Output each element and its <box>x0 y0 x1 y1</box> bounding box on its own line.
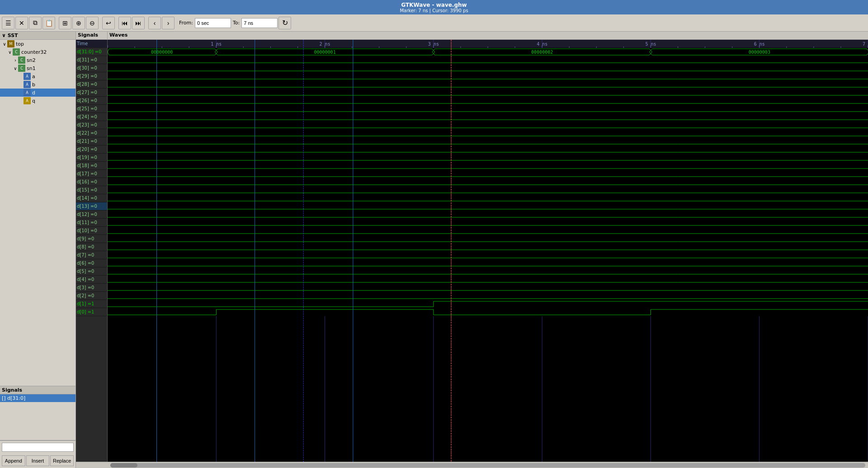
menu-button[interactable]: ☰ <box>2 17 14 29</box>
sig-icon-q: A <box>24 97 31 104</box>
sig-label-row-16[interactable]: d[17] =0 <box>76 170 107 178</box>
rewind-button[interactable]: ⏮ <box>118 17 131 29</box>
sig-label-row-20[interactable]: d[13] =0 <box>76 202 107 211</box>
append-button[interactable]: Append <box>2 455 25 466</box>
tree-label-a: a <box>32 74 35 80</box>
replace-button[interactable]: Replace <box>50 455 74 466</box>
sig-label-row-15[interactable]: d[18] =0 <box>76 162 107 170</box>
sig-label-row-19[interactable]: d[14] =0 <box>76 194 107 202</box>
sig-label-row-33[interactable]: d[0] =1 <box>76 308 107 316</box>
sig-label-row-31[interactable]: d[2] =0 <box>76 292 107 300</box>
sig-label-row-27[interactable]: d[6] =0 <box>76 259 107 267</box>
toolbar: ☰ ✕ ⧉ 📋 ⊞ ⊕ ⊖ ↩ ⏮ ⏭ ‹ › From: To: ↻ <box>0 14 868 32</box>
signals-section: Signals [] d[31:0] <box>0 386 75 440</box>
sig-label-row-30[interactable]: d[3] =0 <box>76 284 107 292</box>
expand-icon-sn2[interactable]: › <box>13 58 18 63</box>
tree-item-top[interactable]: ∨ M top <box>0 40 75 48</box>
tree-item-q[interactable]: A q <box>0 97 75 105</box>
sig-label-row-12[interactable]: d[21] =0 <box>76 137 107 145</box>
sig-label-row-29[interactable]: d[4] =0 <box>76 276 107 284</box>
chip-icon-counter32: C <box>13 48 20 56</box>
bottom-buttons: Append Insert Replace <box>0 454 75 468</box>
sig-label-row-9[interactable]: d[24] =0 <box>76 113 107 121</box>
tree-label-b: b <box>32 82 35 88</box>
sig-scrollbar[interactable] <box>76 462 108 468</box>
sig-label-row-26[interactable]: d[7] =0 <box>76 251 107 259</box>
wave-scrollbar-track[interactable] <box>110 463 865 468</box>
tree-label-counter32: counter32 <box>21 49 47 55</box>
sst-collapse-icon[interactable]: ∨ <box>2 33 8 38</box>
sig-label-row-13[interactable]: d[20] =0 <box>76 145 107 154</box>
tree-label-d: d <box>32 90 35 96</box>
sst-title: SST <box>8 33 18 38</box>
sig-label-row-3[interactable]: d[30] =0 <box>76 64 107 72</box>
sig-label-row-24[interactable]: d[9] =0 <box>76 235 107 243</box>
next-button[interactable]: › <box>162 17 175 29</box>
copy-button[interactable]: ⧉ <box>29 17 42 29</box>
to-input[interactable] <box>241 18 278 28</box>
close-button[interactable]: ✕ <box>15 17 28 29</box>
zoom-out-button[interactable]: ⊖ <box>86 17 99 29</box>
sig-label-row-28[interactable]: d[5] =0 <box>76 267 107 276</box>
tree-item-sn1[interactable]: ∨ C sn1 <box>0 64 75 72</box>
wave-area: Signals Waves Timed[31:0] =0d[31] =0d[30… <box>76 32 868 468</box>
signal-item-d31-0[interactable]: [] d[31:0] <box>0 394 75 402</box>
main-content: ∨ SST ∨ M top ∨ C counter32 › C sn2 <box>0 32 868 468</box>
search-input[interactable] <box>2 443 74 452</box>
window-subtitle: Marker: 7 ns | Cursor: 3990 ps <box>0 8 868 13</box>
sig-label-row-22[interactable]: d[11] =0 <box>76 219 107 227</box>
from-label: From: <box>179 20 193 26</box>
tree-item-counter32[interactable]: ∨ C counter32 <box>0 48 75 56</box>
tree-item-b[interactable]: A b <box>0 80 75 89</box>
sig-label-row-25[interactable]: d[8] =0 <box>76 243 107 251</box>
sig-labels: Timed[31:0] =0d[31] =0d[30] =0d[29] =0d[… <box>76 40 108 462</box>
sig-label-row-2[interactable]: d[31] =0 <box>76 56 107 64</box>
sig-label-row-10[interactable]: d[23] =0 <box>76 121 107 129</box>
sig-icon-b: A <box>24 81 31 88</box>
sig-label-row-23[interactable]: d[10] =0 <box>76 227 107 235</box>
tree-item-d[interactable]: A d <box>0 89 75 97</box>
wave-content: Timed[31:0] =0d[31] =0d[30] =0d[29] =0d[… <box>76 40 868 462</box>
sig-label-row-11[interactable]: d[22] =0 <box>76 129 107 137</box>
chip-icon-sn1: C <box>18 65 25 72</box>
sig-label-row-1[interactable]: d[31:0] =0 <box>76 48 107 56</box>
sig-label-row-4[interactable]: d[29] =0 <box>76 72 107 80</box>
fastforward-button[interactable]: ⏭ <box>132 17 145 29</box>
sig-label-row-5[interactable]: d[28] =0 <box>76 80 107 89</box>
sig-label-row-14[interactable]: d[19] =0 <box>76 154 107 162</box>
sig-label-row-32[interactable]: d[1] =1 <box>76 300 107 308</box>
expand-icon-top[interactable]: ∨ <box>2 42 7 47</box>
sig-label-row-18[interactable]: d[15] =0 <box>76 186 107 194</box>
sig-label-row-0[interactable]: Time <box>76 40 107 48</box>
titlebar: GTKWave - wave.ghw Marker: 7 ns | Cursor… <box>0 0 868 14</box>
wave-display[interactable] <box>108 40 868 462</box>
paste-button[interactable]: 📋 <box>42 17 55 29</box>
chip-icon-sn2: C <box>18 56 25 64</box>
tree-label-top: top <box>16 41 24 47</box>
prev-button[interactable]: ‹ <box>148 17 161 29</box>
waves-col-header: Waves <box>108 32 868 39</box>
zoom-fit-button[interactable]: ⊞ <box>59 17 71 29</box>
module-icon-top: M <box>7 40 14 47</box>
sig-label-row-8[interactable]: d[25] =0 <box>76 105 107 113</box>
sst-header: ∨ SST <box>0 32 75 40</box>
zoom-in-button[interactable]: ⊕ <box>72 17 85 29</box>
expand-icon-counter32[interactable]: ∨ <box>7 50 13 55</box>
undo-button[interactable]: ↩ <box>102 17 115 29</box>
sig-label-row-21[interactable]: d[12] =0 <box>76 211 107 219</box>
sst-section: ∨ SST ∨ M top ∨ C counter32 › C sn2 <box>0 32 75 386</box>
left-panel: ∨ SST ∨ M top ∨ C counter32 › C sn2 <box>0 32 76 468</box>
sig-label-row-7[interactable]: d[26] =0 <box>76 97 107 105</box>
tree-item-a[interactable]: A a <box>0 72 75 80</box>
wave-scrollbar-thumb[interactable] <box>110 463 137 468</box>
expand-icon-sn1[interactable]: ∨ <box>13 66 18 71</box>
tree-label-q: q <box>32 98 35 104</box>
search-area <box>0 440 75 454</box>
from-input[interactable] <box>195 18 231 28</box>
wave-header: Signals Waves <box>76 32 868 40</box>
sig-label-row-17[interactable]: d[16] =0 <box>76 178 107 186</box>
insert-button[interactable]: Insert <box>26 455 50 466</box>
tree-item-sn2[interactable]: › C sn2 <box>0 56 75 64</box>
sig-label-row-6[interactable]: d[27] =0 <box>76 89 107 97</box>
refresh-button[interactable]: ↻ <box>278 17 291 29</box>
